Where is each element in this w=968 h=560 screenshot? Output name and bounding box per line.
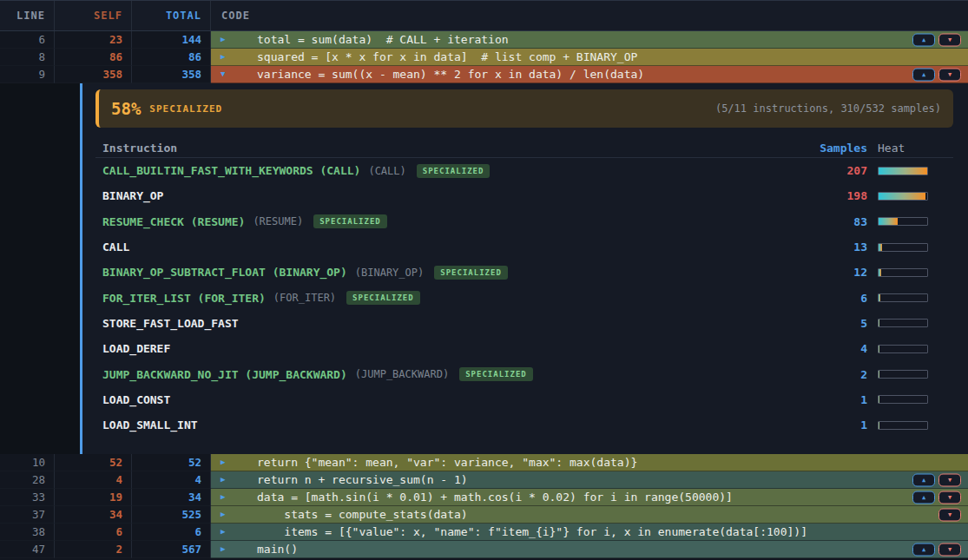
expand-toggle-icon[interactable]: ▶ (221, 476, 231, 484)
column-header-line: LINE (0, 1, 55, 30)
self-samples-value: 6 (55, 524, 132, 541)
instruction-name: CALL_BUILTIN_FAST_WITH_KEYWORDS (CALL) (102, 164, 360, 177)
table-row[interactable]: 33 19 34 ▶ data = [math.sin(i * 0.01) + … (0, 489, 968, 506)
expand-toggle-icon[interactable]: ▶ (221, 493, 231, 501)
instruction-row[interactable]: BINARY_OP_SUBTRACT_FLOAT (BINARY_OP) (BI… (95, 260, 953, 285)
expand-toggle-icon[interactable]: ▶ (221, 36, 231, 43)
line-number: 38 (0, 524, 55, 541)
column-header-total[interactable]: TOTAL (132, 1, 211, 30)
code-text: stats = compute_stats(data) (257, 508, 468, 521)
jump-down-button[interactable]: ▼ (938, 491, 961, 504)
table-row[interactable]: 38 6 6 ▶ items = [{"value": x, "name": f… (0, 524, 968, 541)
expand-toggle-icon[interactable]: ▶ (221, 53, 231, 61)
instruction-row[interactable]: LOAD_SMALL_INT 1 (95, 412, 953, 438)
heat-bar (878, 293, 928, 302)
code-cell[interactable]: ▶ return {"mean": mean, "var": variance,… (211, 454, 968, 471)
instruction-family: (FOR_ITER) (273, 292, 336, 304)
code-cell[interactable]: ▶ squared = [x * x for x in data] # list… (211, 49, 968, 66)
instruction-row[interactable]: FOR_ITER_LIST (FOR_ITER) (FOR_ITER) SPEC… (95, 285, 953, 310)
column-header-samples[interactable]: Samples (798, 142, 867, 155)
code-text: return {"mean": mean, "var": variance, "… (257, 456, 637, 469)
code-text: variance = sum((x - mean) ** 2 for x in … (257, 68, 644, 81)
code-cell[interactable]: ▶ main() ▲ ▼ (211, 541, 968, 558)
instruction-row[interactable]: JUMP_BACKWARD_NO_JIT (JUMP_BACKWARD) (JU… (95, 361, 953, 386)
instruction-row[interactable]: LOAD_CONST 1 (95, 387, 953, 412)
table-row[interactable]: 47 2 567 ▶ main() ▲ ▼ (0, 541, 968, 558)
table-row[interactable]: 28 4 4 ▶ return n + recursive_sum(n - 1)… (0, 471, 968, 489)
instruction-row[interactable]: CALL 13 (95, 234, 953, 260)
instruction-name: CALL (102, 240, 129, 254)
down-arrow-icon: ▼ (948, 477, 952, 483)
instruction-name: LOAD_DEREF (102, 342, 170, 355)
panel-body: 58% SPECIALIZED (5/11 instructions, 310/… (95, 83, 953, 454)
column-header-heat: Heat (878, 142, 928, 155)
table-row[interactable]: 10 52 52 ▶ return {"mean": mean, "var": … (0, 454, 968, 471)
jump-up-button[interactable]: ▲ (912, 473, 935, 486)
expand-toggle-icon[interactable]: ▶ (221, 545, 231, 553)
samples-value: 1 (798, 418, 867, 432)
column-header-code: CODE (211, 1, 968, 30)
instruction-name: RESUME_CHECK (RESUME) (102, 215, 245, 228)
expand-toggle-icon[interactable]: ▼ (221, 70, 231, 78)
expand-toggle-icon[interactable]: ▶ (221, 528, 231, 536)
instruction-name: STORE_FAST_LOAD_FAST (102, 317, 239, 330)
self-samples-value: 358 (55, 66, 132, 83)
specialized-badge: SPECIALIZED (346, 291, 420, 305)
jump-up-button[interactable]: ▲ (912, 491, 935, 504)
instruction-name: LOAD_SMALL_INT (102, 418, 198, 432)
jump-down-button[interactable]: ▼ (938, 33, 961, 46)
table-row[interactable]: 37 34 525 ▶ stats = compute_stats(data) … (0, 506, 968, 524)
heat-bar (878, 217, 928, 226)
line-number: 10 (0, 454, 55, 471)
self-samples-value: 34 (55, 506, 132, 524)
line-number: 33 (0, 489, 55, 506)
down-arrow-icon: ▼ (948, 494, 952, 500)
instruction-row[interactable]: STORE_FAST_LOAD_FAST 5 (95, 311, 953, 336)
instruction-row[interactable]: CALL_BUILTIN_FAST_WITH_KEYWORDS (CALL) (… (95, 158, 953, 183)
line-number: 47 (0, 541, 55, 558)
column-header-self[interactable]: SELF (55, 1, 132, 30)
expand-toggle-icon[interactable]: ▶ (221, 511, 231, 518)
instruction-family: (JUMP_BACKWARD) (355, 368, 449, 380)
column-header-instruction: Instruction (102, 142, 798, 155)
jump-up-button[interactable]: ▲ (912, 33, 935, 46)
code-cell[interactable]: ▶ data = [math.sin(i * 0.01) + math.cos(… (211, 489, 968, 506)
jump-down-button[interactable]: ▼ (938, 473, 961, 486)
jump-down-button[interactable]: ▼ (938, 508, 961, 521)
instruction-name: FOR_ITER_LIST (FOR_ITER) (102, 292, 266, 305)
jump-down-button[interactable]: ▼ (938, 68, 961, 81)
samples-value: 6 (798, 292, 867, 305)
table-row[interactable]: 9 358 358 ▼ variance = sum((x - mean) **… (0, 66, 968, 83)
panel-indent-bar (80, 83, 82, 454)
total-samples-value: 525 (132, 506, 211, 524)
code-cell[interactable]: ▶ return n + recursive_sum(n - 1) ▲ ▼ (211, 471, 968, 489)
code-text: data = [math.sin(i * 0.01) + math.cos(i … (257, 491, 733, 504)
up-arrow-icon: ▲ (922, 477, 925, 483)
code-cell[interactable]: ▶ total = sum(data) # CALL + iteration ▲… (211, 31, 968, 49)
expand-toggle-icon[interactable]: ▶ (221, 458, 231, 466)
table-row[interactable]: 6 23 144 ▶ total = sum(data) # CALL + it… (0, 31, 968, 49)
jump-up-button[interactable]: ▲ (912, 543, 935, 556)
row-buttons: ▲ ▼ (912, 473, 961, 486)
instruction-row[interactable]: LOAD_DEREF 4 (95, 336, 953, 361)
total-samples-value: 34 (132, 489, 211, 506)
instruction-family: (CALL) (368, 165, 405, 177)
heat-bar-fill (879, 218, 898, 225)
instruction-row[interactable]: BINARY_OP 198 (95, 183, 953, 208)
profiler-window: LINE SELF TOTAL CODE 6 23 144 ▶ total = … (0, 0, 968, 560)
table-row[interactable]: 8 86 86 ▶ squared = [x * x for x in data… (0, 49, 968, 66)
heat-bar (878, 243, 928, 252)
heat-bar (878, 192, 928, 201)
jump-down-button[interactable]: ▼ (938, 543, 961, 556)
heat-bar (878, 268, 928, 277)
code-cell[interactable]: ▶ items = [{"value": x, "name": f"item_{… (211, 524, 968, 541)
instruction-row[interactable]: RESUME_CHECK (RESUME) (RESUME) SPECIALIZ… (95, 209, 953, 234)
jump-up-button[interactable]: ▲ (912, 68, 935, 81)
up-arrow-icon: ▲ (922, 36, 925, 43)
total-samples-value: 6 (132, 524, 211, 541)
code-cell[interactable]: ▶ stats = compute_stats(data) ▲ ▼ (211, 506, 968, 524)
code-cell[interactable]: ▼ variance = sum((x - mean) ** 2 for x i… (211, 66, 968, 83)
heat-bar (878, 167, 928, 175)
heat-bar (878, 370, 928, 379)
line-number: 8 (0, 49, 55, 66)
